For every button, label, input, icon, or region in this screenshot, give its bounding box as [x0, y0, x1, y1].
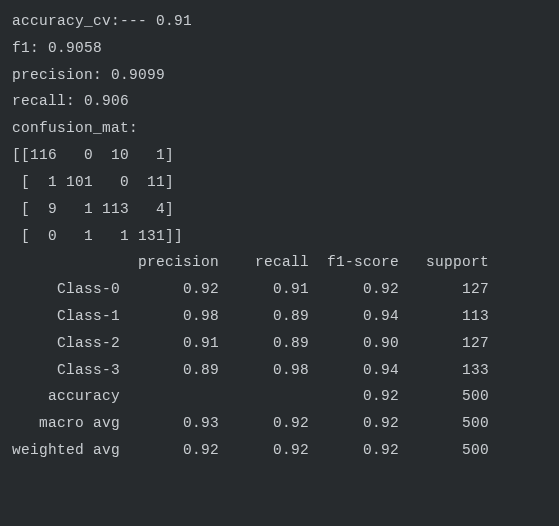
confusion-row-3: [ 0 1 1 131]] — [12, 223, 547, 250]
recall-value: 0.906 — [84, 93, 129, 109]
accuracy-cv-line: accuracy_cv:--- 0.91 — [12, 8, 547, 35]
recall-label: recall: — [12, 93, 75, 109]
recall-line: recall: 0.906 — [12, 88, 547, 115]
terminal-output: accuracy_cv:--- 0.91 f1: 0.9058 precisio… — [12, 8, 547, 464]
report-header: precision recall f1-score support — [12, 249, 547, 276]
confusion-mat-label: confusion_mat: — [12, 115, 547, 142]
f1-value: 0.9058 — [48, 40, 102, 56]
accuracy-cv-dashes: --- — [120, 13, 147, 29]
confusion-row-2: [ 9 1 113 4] — [12, 196, 547, 223]
report-class-2: Class-2 0.91 0.89 0.90 127 — [12, 330, 547, 357]
confusion-row-1: [ 1 101 0 11] — [12, 169, 547, 196]
report-class-1: Class-1 0.98 0.89 0.94 113 — [12, 303, 547, 330]
precision-label: precision: — [12, 67, 102, 83]
accuracy-cv-label: accuracy_cv: — [12, 13, 120, 29]
f1-line: f1: 0.9058 — [12, 35, 547, 62]
accuracy-cv-value: 0.91 — [156, 13, 192, 29]
report-weighted-avg: weighted avg 0.92 0.92 0.92 500 — [12, 437, 547, 464]
report-class-3: Class-3 0.89 0.98 0.94 133 — [12, 357, 547, 384]
report-accuracy: accuracy 0.92 500 — [12, 383, 547, 410]
report-class-0: Class-0 0.92 0.91 0.92 127 — [12, 276, 547, 303]
precision-value: 0.9099 — [111, 67, 165, 83]
precision-line: precision: 0.9099 — [12, 62, 547, 89]
confusion-row-0: [[116 0 10 1] — [12, 142, 547, 169]
report-macro-avg: macro avg 0.93 0.92 0.92 500 — [12, 410, 547, 437]
f1-label: f1: — [12, 40, 39, 56]
